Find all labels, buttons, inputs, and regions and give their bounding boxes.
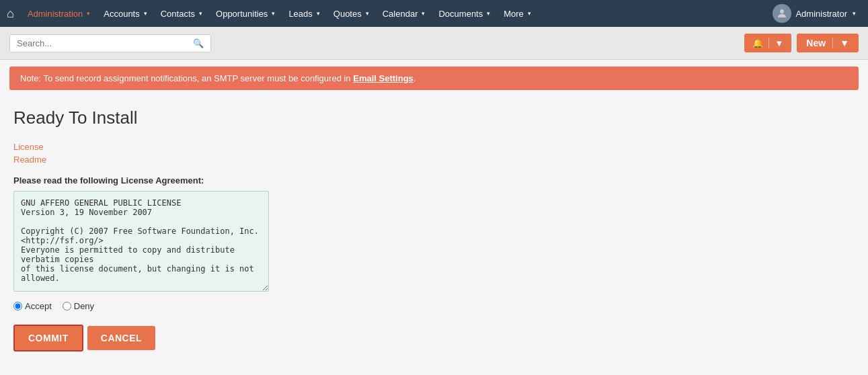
avatar [773,4,791,23]
chevron-down-icon: ▾ [144,10,147,17]
readme-link[interactable]: Readme [13,155,855,165]
chevron-down-icon: ▾ [422,10,425,17]
user-name: Administrator [795,9,847,19]
nav-item-contacts[interactable]: Contacts ▾ [154,0,209,27]
top-navigation: ⌂ Administration ▾ Accounts ▾ Contacts ▾… [0,0,868,27]
chevron-down-icon: ▾ [199,10,202,17]
main-content: Ready To Install License Readme Please r… [0,97,868,362]
deny-radio[interactable] [63,302,71,310]
bell-chevron: ▼ [775,38,783,48]
action-buttons: COMMIT CANCEL [13,325,855,351]
accept-label: Accept [25,301,52,311]
chevron-down-icon: ▾ [853,10,856,17]
new-chevron: ▼ [840,38,849,48]
nav-item-calendar[interactable]: Calendar ▾ [376,0,432,27]
toolbar-right: 🔔 ▼ New ▼ [744,34,859,52]
divider [768,38,769,48]
chevron-down-icon: ▾ [487,10,490,17]
bell-icon: 🔔 [752,38,763,48]
search-box[interactable]: 🔍 [9,34,211,52]
search-icon: 🔍 [193,38,204,48]
commit-button[interactable]: COMMIT [13,325,83,351]
nav-item-opportunities[interactable]: Opportunities ▾ [209,0,282,27]
deny-label: Deny [74,301,94,311]
nav-item-more[interactable]: More ▾ [497,0,538,27]
user-menu[interactable]: Administrator ▾ [767,4,861,23]
svg-point-0 [780,9,784,13]
page-title: Ready To Install [13,108,855,128]
alert-message: Note: To send record assignment notifica… [20,73,353,83]
chevron-down-icon: ▾ [528,10,531,17]
new-button[interactable]: New ▼ [797,34,859,52]
divider [832,38,833,48]
alert-banner: Note: To send record assignment notifica… [9,67,859,90]
toolbar: 🔍 🔔 ▼ New ▼ [0,27,868,60]
license-link[interactable]: License [13,142,855,152]
deny-radio-label[interactable]: Deny [63,301,94,311]
nav-item-administration[interactable]: Administration ▾ [21,0,97,27]
chevron-down-icon: ▾ [87,10,90,17]
accept-radio-label[interactable]: Accept [13,301,52,311]
chevron-down-icon: ▾ [317,10,320,17]
alert-suffix: . [413,73,416,83]
nav-item-documents[interactable]: Documents ▾ [432,0,497,27]
nav-item-leads[interactable]: Leads ▾ [282,0,326,27]
nav-item-quotes[interactable]: Quotes ▾ [327,0,376,27]
email-settings-link[interactable]: Email Settings [353,73,413,83]
accept-radio[interactable] [13,302,22,310]
chevron-down-icon: ▾ [366,10,369,17]
radio-group: Accept Deny [13,301,855,311]
search-input[interactable] [17,38,189,48]
license-textarea[interactable] [13,191,269,292]
bell-button[interactable]: 🔔 ▼ [744,34,791,52]
home-icon[interactable]: ⌂ [7,7,14,21]
section-label: Please read the following License Agreem… [13,175,855,185]
nav-item-accounts[interactable]: Accounts ▾ [97,0,153,27]
cancel-button[interactable]: CANCEL [87,326,155,350]
chevron-down-icon: ▾ [272,10,275,17]
new-label: New [806,38,826,48]
